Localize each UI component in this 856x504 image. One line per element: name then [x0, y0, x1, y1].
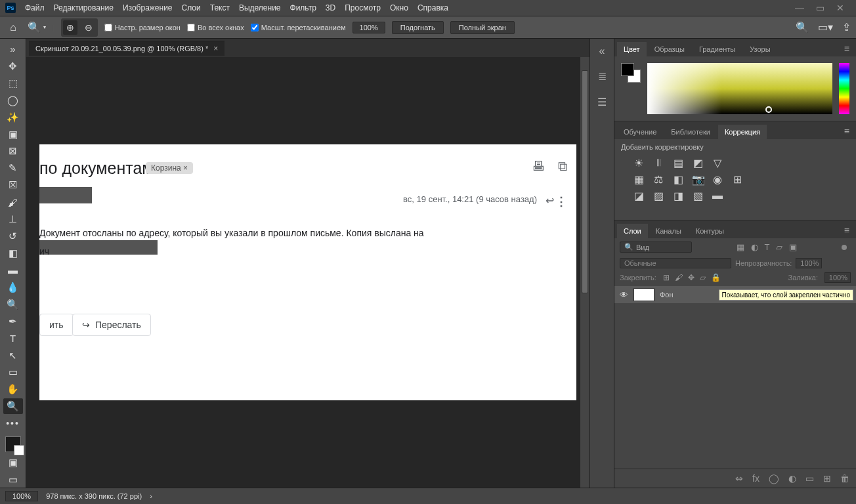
invert-icon[interactable]: ◪ [633, 190, 645, 202]
tab-color[interactable]: Цвет [617, 42, 647, 56]
hand-tool[interactable]: ✋ [3, 381, 23, 397]
menu-filter[interactable]: Фильтр [290, 3, 316, 12]
expand-panels-icon[interactable]: « [599, 45, 605, 57]
filter-shape-icon[interactable]: ▱ [776, 242, 782, 252]
zoom-in-icon[interactable]: ⊕ [63, 20, 77, 35]
menu-select[interactable]: Выделение [239, 3, 281, 12]
color-field[interactable] [647, 63, 832, 114]
tab-channels[interactable]: Каналы [649, 224, 688, 238]
photo-filter-icon[interactable]: 📷 [692, 173, 704, 186]
tab-learn[interactable]: Обучение [617, 125, 663, 139]
lock-image-icon[interactable]: 🖌 [675, 273, 683, 282]
gradient-map-icon[interactable]: ▬ [712, 190, 723, 202]
hue-slider[interactable] [839, 63, 849, 114]
tab-libraries[interactable]: Библиотеки [664, 125, 717, 139]
path-tool[interactable]: ↖ [3, 348, 23, 364]
blur-tool[interactable]: 💧 [3, 280, 23, 295]
share-icon[interactable]: ⇪ [842, 21, 851, 33]
scrubby-zoom-checkbox[interactable] [251, 24, 259, 32]
zoom-tool-indicator[interactable]: 🔍 ▾ [28, 21, 46, 33]
resize-windows-checkbox[interactable] [104, 24, 112, 32]
filter-pixel-icon[interactable]: ▦ [737, 242, 744, 252]
eraser-tool[interactable]: ◧ [3, 245, 23, 261]
marquee-tool[interactable]: ⬚ [3, 75, 23, 91]
color-panel-menu-icon[interactable]: ≡ [840, 41, 853, 56]
move-tool[interactable]: ✥ [3, 58, 23, 74]
filter-type-icon[interactable]: T [765, 242, 770, 252]
curves-icon[interactable]: ▤ [672, 157, 684, 169]
selective-icon[interactable]: ▧ [692, 190, 704, 202]
more-tools[interactable]: ••• [3, 415, 23, 431]
maximize-icon[interactable]: ▭ [816, 3, 824, 13]
eyedropper-tool[interactable]: ✎ [3, 160, 23, 176]
frame-tool[interactable]: ⊠ [3, 144, 23, 159]
dodge-tool[interactable]: 🔍 [3, 297, 23, 312]
opacity-input[interactable]: 100% [796, 258, 822, 268]
threshold-icon[interactable]: ◨ [672, 190, 684, 202]
delete-layer-icon[interactable]: 🗑 [840, 473, 849, 484]
status-chevron[interactable]: › [150, 492, 152, 500]
levels-icon[interactable]: ⫴ [653, 157, 664, 169]
properties-panel-icon[interactable]: ☰ [597, 96, 607, 108]
new-adjustment-icon[interactable]: ◐ [788, 473, 796, 484]
tab-adjustments[interactable]: Коррекция [718, 125, 767, 139]
menu-3d[interactable]: 3D [326, 3, 335, 12]
adjust-panel-menu-icon[interactable]: ≡ [840, 123, 853, 139]
quickmask-icon[interactable]: ▣ [3, 455, 23, 471]
foreground-background-swatch[interactable] [5, 436, 21, 452]
tab-layers[interactable]: Слои [617, 224, 648, 238]
status-zoom[interactable]: 100% [5, 491, 38, 501]
lookup-icon[interactable]: ⊞ [731, 173, 743, 186]
layer-fx-icon[interactable]: fx [752, 473, 760, 484]
menu-file[interactable]: Файл [25, 3, 45, 12]
minimize-icon[interactable]: — [795, 3, 804, 13]
brightness-icon[interactable]: ☀ [633, 157, 645, 169]
layer-mask-icon[interactable]: ◯ [769, 473, 779, 484]
document-tab[interactable]: Скриншот 20.09.21_00.05.39.png @ 100% (R… [29, 41, 225, 56]
shape-tool[interactable]: ▭ [3, 365, 23, 381]
wand-tool[interactable]: ✨ [3, 110, 23, 125]
tab-close-icon[interactable]: × [213, 44, 218, 53]
tab-patterns[interactable]: Узоры [743, 42, 777, 56]
lock-artboard-icon[interactable]: ▱ [700, 273, 706, 282]
brush-tool[interactable]: 🖌 [3, 194, 23, 210]
filter-smart-icon[interactable]: ▣ [789, 242, 797, 252]
zoom-out-icon[interactable]: ⊖ [81, 20, 96, 35]
tab-gradients[interactable]: Градиенты [693, 42, 742, 56]
tab-paths[interactable]: Контуры [689, 224, 731, 238]
lock-all-icon[interactable]: 🔒 [711, 273, 721, 282]
hue-icon[interactable]: ▦ [633, 173, 645, 186]
menu-view[interactable]: Просмотр [345, 3, 381, 12]
healing-tool[interactable]: ☒ [3, 177, 23, 193]
layer-filter-dropdown[interactable]: 🔍 Вид [620, 242, 692, 253]
search-icon[interactable]: 🔍 [796, 21, 809, 33]
filter-adjust-icon[interactable]: ◐ [751, 242, 758, 252]
layers-panel-menu-icon[interactable]: ≡ [840, 222, 853, 238]
close-icon[interactable]: ✕ [836, 3, 844, 13]
home-icon[interactable]: ⌂ [5, 20, 21, 35]
menu-window[interactable]: Окно [390, 3, 408, 12]
fullscreen-button[interactable]: Полный экран [450, 21, 515, 34]
menu-image[interactable]: Изображение [123, 3, 173, 12]
fill-input[interactable]: 100% [824, 272, 851, 283]
menu-text[interactable]: Текст [210, 3, 230, 12]
menu-edit[interactable]: Редактирование [54, 3, 114, 12]
posterize-icon[interactable]: ▨ [653, 190, 664, 202]
blend-mode-dropdown[interactable]: Обычные [620, 258, 731, 268]
exposure-icon[interactable]: ◩ [692, 157, 704, 169]
tab-swatches[interactable]: Образцы [648, 42, 691, 56]
menu-help[interactable]: Справка [417, 3, 448, 12]
zoom-percent[interactable]: 100% [353, 22, 385, 33]
screenmode-icon[interactable]: ▭ [3, 472, 23, 488]
balance-icon[interactable]: ⚖ [653, 173, 664, 186]
type-tool[interactable]: T [3, 331, 23, 346]
lasso-tool[interactable]: ◯ [3, 93, 23, 108]
vibrance-icon[interactable]: ▽ [712, 157, 723, 169]
layer-thumbnail[interactable] [633, 288, 654, 301]
gradient-tool[interactable]: ▬ [3, 262, 23, 278]
fit-screen-button[interactable]: Подогнать [392, 21, 444, 34]
mixer-icon[interactable]: ◉ [712, 173, 723, 186]
stamp-tool[interactable]: ⊥ [3, 211, 23, 227]
crop-tool[interactable]: ▣ [3, 127, 23, 142]
history-brush-tool[interactable]: ↺ [3, 228, 23, 244]
